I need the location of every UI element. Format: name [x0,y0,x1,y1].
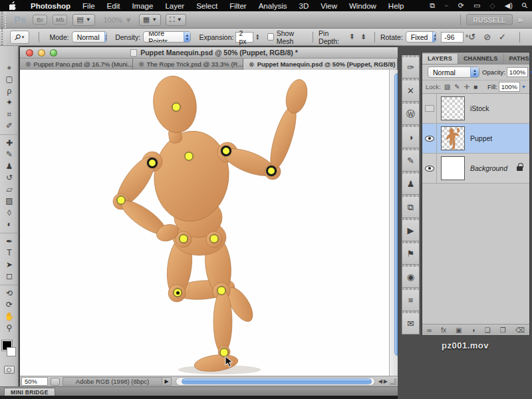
tab-paths[interactable]: PATHS [504,54,532,64]
close-window-button[interactable] [26,49,33,57]
menu-item-file[interactable]: File [76,2,101,10]
zoom-level-control[interactable]: 100%▼ [104,16,132,24]
layer-thumbnail[interactable] [441,126,465,150]
menu-item-layer[interactable]: Layer [159,2,190,10]
pen-tool[interactable]: ✒ [0,235,19,247]
opacity-field[interactable]: 100% [507,67,528,77]
horizontal-scrollbar[interactable] [176,377,375,386]
pin-left-shoulder[interactable] [147,158,158,168]
histogram-panel-icon[interactable]: ◉ [402,265,420,288]
search-icon[interactable]: ⚲ [517,1,532,10]
visibility-toggle[interactable] [422,124,437,154]
eye-empty-well[interactable] [425,105,434,112]
menu-item-window[interactable]: Window [343,2,382,10]
info-panel-icon[interactable]: ≡ [402,288,420,311]
volume-icon[interactable]: ◀) [500,1,517,10]
visibility-toggle[interactable] [422,94,437,124]
display-icon[interactable]: ▭ [469,1,485,10]
history-brush-tool[interactable]: ↺ [0,172,19,184]
menu-item-filter[interactable]: Filter [223,2,253,10]
document-tab-1[interactable]: ⊗Puppet Pano.psd @ 16.7% (Muni... [20,59,133,70]
document-title-bar[interactable]: Puppet Manequin.psd @ 50% (Puppet, RGB/8… [20,47,398,59]
apple-menu[interactable] [0,1,25,10]
tab-channels[interactable]: CHANNELS [458,54,504,64]
pin-left-elbow[interactable] [117,196,126,205]
brushes-panel-icon[interactable]: ✎ [402,148,420,172]
zoom-window-button[interactable] [50,49,57,57]
lock-pixels-icon[interactable]: ✎ [454,83,460,90]
healing-brush-tool[interactable]: ✚ [0,137,19,149]
blur-tool[interactable]: ◊ [0,207,19,219]
tool-presets-panel-icon[interactable]: ✑ [402,55,420,78]
type-tool[interactable]: T [0,247,19,259]
commit-button[interactable]: ✓ [499,32,506,42]
pin-head[interactable] [172,103,181,112]
screen-mode-button[interactable]: ⛶▼ [166,14,186,26]
menu-item-select[interactable]: Select [190,2,223,10]
menu-item-edit[interactable]: Edit [101,2,126,10]
mode-select[interactable]: Normal▲▼ [72,31,108,43]
actions-panel-icon[interactable]: ▶ [402,218,420,241]
tab-layers[interactable]: LAYERS [422,54,458,64]
pin-right-shoulder[interactable] [221,146,231,156]
pin-right-knee[interactable] [217,287,226,295]
bridge-button[interactable]: Br [33,15,47,25]
reset-button[interactable]: ↺ [468,32,475,42]
cancel-button[interactable]: ⊘ [483,32,491,42]
gradient-tool[interactable]: ▨ [0,196,19,207]
workspace-switch-icon[interactable]: ⧉ [425,1,440,10]
marquee-tool[interactable]: ▢ [0,74,19,86]
expansion-stepper[interactable]: ▲▼ [255,34,259,41]
new-layer-icon[interactable]: ❐ [500,327,506,334]
document-status-icon[interactable] [51,378,60,386]
layer-style-icon[interactable]: fx [441,327,446,334]
background-color-swatch[interactable] [7,347,16,356]
lock-transparency-icon[interactable]: ▨ [444,83,450,90]
layer-comps-panel-icon[interactable]: ⧉ [402,195,420,218]
tab-close-icon[interactable]: ⊗ [249,61,254,68]
menu-item-help[interactable]: Help [382,2,410,10]
menu-item-3d[interactable]: 3D [293,2,315,10]
document-tab-3[interactable]: ⊗Puppet Manequin.psd @ 50% (Puppet, RGB/… [243,59,398,70]
blend-mode-select[interactable]: Normal▲▼ [428,66,479,78]
scroll-right-button[interactable]: ▶ [384,378,388,384]
optionsbar-grip[interactable] [1,29,6,45]
lock-position-icon[interactable]: ✛ [464,83,469,90]
minimize-window-button[interactable] [38,49,45,57]
zoom-percent-field[interactable]: 50% [21,377,48,386]
notes-panel-icon[interactable]: ✉ [402,311,420,334]
masks-panel-icon[interactable]: ⚑ [402,241,420,265]
appbar-grip[interactable] [1,11,6,28]
rotate-angle-field[interactable]: -96 [441,32,464,43]
layer-thumbnail[interactable] [441,96,465,120]
lasso-tool[interactable]: ρ [0,85,19,97]
brush-tool[interactable]: ✎ [0,149,19,161]
eraser-tool[interactable]: ▱ [0,184,19,196]
clone-source-panel-icon[interactable]: ♟ [402,172,420,195]
zoom-tool[interactable]: ⚲ [0,323,19,334]
add-mask-icon[interactable]: ▣ [456,327,462,334]
vertical-scrollbar[interactable] [389,70,398,376]
density-select[interactable]: More Points▲▼ [143,31,191,43]
pin-chest[interactable] [185,152,194,161]
workspace-chevrons[interactable]: » [518,15,523,25]
pin-left-hip[interactable] [180,235,188,243]
pin-right-elbow[interactable] [266,166,277,176]
move-tool[interactable]: ⌖ [0,62,19,74]
eye-icon[interactable] [425,166,434,172]
adjustment-layer-icon[interactable]: ◑ [471,327,475,334]
dodge-burn-tool[interactable]: ◐ [0,219,19,231]
window-resize-grip[interactable] [390,378,396,385]
pin-left-knee[interactable] [174,289,182,297]
quick-mask-button[interactable] [4,366,15,374]
document-tab-2[interactable]: ⊗The Rope Trick.psd @ 33.3% (R... [133,59,243,70]
show-mesh-checkbox[interactable] [267,33,274,41]
user-workspace-button[interactable]: RUSSELL [466,14,513,25]
pin-depth-up-button[interactable]: ⇞ [349,33,355,41]
arrange-documents-button[interactable]: ▦▼ [139,14,161,26]
menu-item-view[interactable]: View [315,2,343,10]
new-group-icon[interactable]: ❏ [485,327,491,334]
lock-all-icon[interactable]: ■ [473,83,477,90]
3d-orbit-tool[interactable]: ⟳ [0,299,19,311]
eyedropper-tool[interactable]: ✐ [0,120,19,132]
